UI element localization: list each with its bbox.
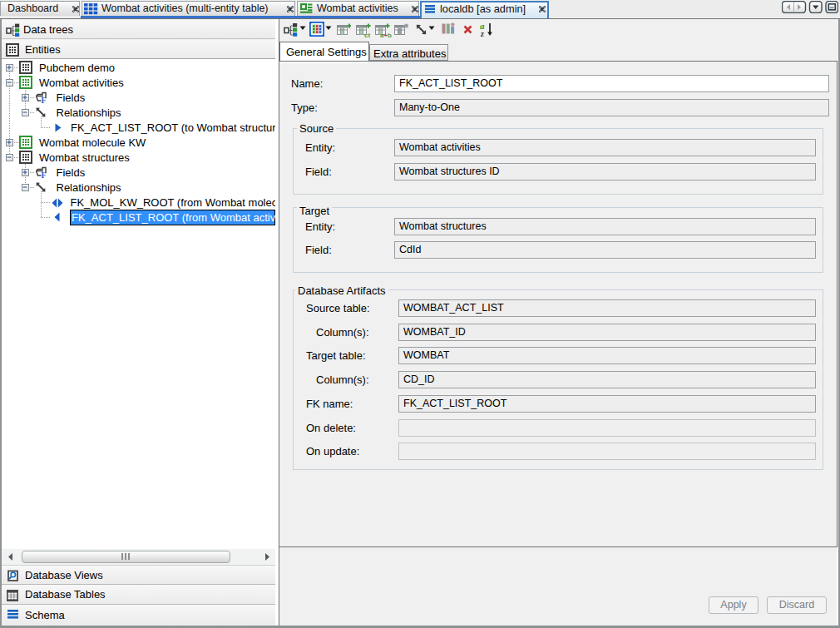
svg-text:z: z: [480, 29, 484, 37]
svg-text:F: F: [42, 171, 47, 179]
svg-text:F: F: [42, 96, 47, 104]
svg-text:b: b: [388, 32, 392, 38]
svg-text:ct: ct: [364, 32, 370, 38]
